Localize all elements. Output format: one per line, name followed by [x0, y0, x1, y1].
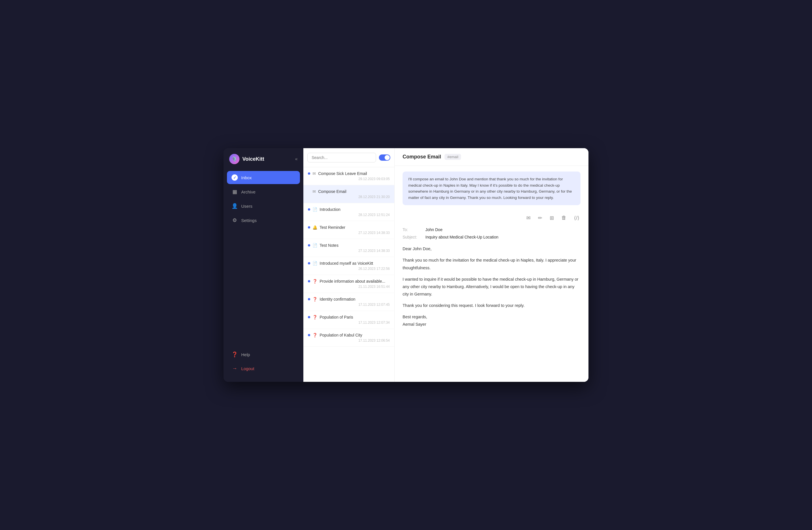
message-type-icon: 📄 [313, 243, 317, 248]
email-paragraph-3: Thank you for considering this request. … [403, 302, 580, 309]
subject-value: Inquiry about Medical Check-Up Location [425, 235, 498, 239]
message-header: ✉ Compose Email [308, 189, 390, 194]
to-label: To: [403, 227, 425, 232]
edit-action-icon[interactable]: ✏ [537, 214, 543, 222]
unread-dot [308, 298, 310, 300]
message-header: ❓ Identity confirmation [308, 297, 390, 301]
subject-row: Subject: Inquiry about Medical Check-Up … [403, 235, 580, 239]
message-item-4[interactable]: 🔔 Test Reminder 27.12.2023 14:38:33 [303, 221, 394, 239]
sidebar-item-label-archive: Archive [241, 190, 256, 194]
sidebar-footer-item-logout[interactable]: → Logout [227, 362, 300, 375]
help-icon: ❓ [232, 351, 238, 358]
unread-dot [308, 334, 310, 336]
to-value: John Doe [425, 227, 443, 232]
message-header: 📄 Introduction [308, 207, 390, 212]
message-type-icon: 📄 [313, 261, 317, 266]
message-type-icon: 🔔 [313, 225, 317, 230]
message-title: Introduced myself as VoiceKitt [320, 261, 390, 266]
detail-tag: #email [445, 154, 461, 160]
unread-dot [308, 280, 310, 282]
message-type-icon: ❓ [313, 315, 317, 320]
email-meta: To: John Doe Subject: Inquiry about Medi… [403, 227, 580, 239]
message-title: Population of Kabul City [320, 333, 390, 337]
message-title: Introduction [320, 207, 390, 212]
detail-header: Compose Email #email [395, 148, 589, 166]
search-bar [303, 148, 394, 167]
message-type-icon: ✉ [313, 171, 316, 176]
sidebar-item-label-inbox: Inbox [241, 175, 252, 180]
message-time: 17.11.2023 12:07:34 [308, 321, 390, 325]
unread-dot [308, 172, 310, 175]
unread-dot [308, 208, 310, 210]
email-paragraph-2: I wanted to inquire if it would be possi… [403, 276, 580, 298]
message-title: Test Reminder [320, 225, 390, 230]
message-title: Identity confirmation [320, 297, 390, 301]
message-title: Population of Paris [320, 315, 390, 320]
sidebar-item-inbox[interactable]: ✓ Inbox [227, 171, 300, 184]
sidebar-footer-item-help[interactable]: ❓ Help [227, 348, 300, 361]
toggle-switch[interactable] [379, 154, 390, 161]
settings-icon: ⚙ [232, 217, 238, 223]
sidebar-collapse-button[interactable]: « [295, 157, 298, 162]
message-time: 17.11.2023 12:06:54 [308, 339, 390, 342]
email-body: Dear John Doe,Thank you so much for the … [403, 245, 580, 328]
sidebar: 🎙️ VoiceKitt « ✓ Inbox ▦ Archive 👤 Users… [223, 148, 303, 382]
sidebar-item-settings[interactable]: ⚙ Settings [227, 214, 300, 227]
sidebar-item-archive[interactable]: ▦ Archive [227, 185, 300, 198]
sidebar-item-users[interactable]: 👤 Users [227, 200, 300, 212]
message-header: 📄 Introduced myself as VoiceKitt [308, 261, 390, 266]
message-type-icon: ❓ [313, 279, 317, 283]
email-paragraph-1: Thank you so much for the invitation for… [403, 256, 580, 271]
app-name: VoiceKitt [242, 156, 264, 162]
unread-dot [308, 262, 310, 264]
message-header: 📄 Test Notes [308, 243, 390, 248]
action-bar: ✉ ✏ ⊞ 🗑 ⟨/⟩ [403, 211, 580, 227]
message-item-1[interactable]: ✉ Compose Sick Leave Email 29.12.2023 09… [303, 167, 394, 185]
message-item-6[interactable]: 📄 Introduced myself as VoiceKitt 26.12.2… [303, 257, 394, 275]
message-time: 27.12.2023 14:38:33 [308, 249, 390, 253]
archive-action-icon[interactable]: ⊞ [549, 214, 555, 222]
sidebar-item-label-settings: Settings [241, 218, 257, 223]
archive-icon: ▦ [232, 189, 238, 195]
email-paragraph-4: Best regards, Aemal Sayer [403, 313, 580, 328]
detail-title: Compose Email [403, 154, 441, 160]
message-item-8[interactable]: ❓ Identity confirmation 17.11.2023 12:07… [303, 293, 394, 311]
email-action-icon[interactable]: ✉ [525, 214, 532, 222]
sidebar-logo: 🎙️ VoiceKitt « [223, 154, 303, 171]
message-item-9[interactable]: ❓ Population of Paris 17.11.2023 12:07:3… [303, 311, 394, 329]
message-header: ❓ Population of Kabul City [308, 333, 390, 337]
footer-label-logout: Logout [241, 366, 254, 371]
logo-icon: 🎙️ [229, 154, 240, 164]
message-header: ✉ Compose Sick Leave Email [308, 171, 390, 176]
message-title: Test Notes [320, 243, 390, 248]
app-window: 🎙️ VoiceKitt « ✓ Inbox ▦ Archive 👤 Users… [223, 148, 589, 382]
footer-label-help: Help [241, 352, 250, 357]
message-item-10[interactable]: ❓ Population of Kabul City 17.11.2023 12… [303, 329, 394, 347]
unread-dot [308, 316, 310, 318]
email-paragraph-0: Dear John Doe, [403, 245, 580, 252]
message-time: 28.12.2023 12:51:24 [308, 213, 390, 217]
message-title: Compose Sick Leave Email [318, 171, 390, 176]
delete-action-icon[interactable]: 🗑 [560, 214, 568, 222]
message-type-icon: ✉ [313, 189, 316, 194]
message-type-icon: ❓ [313, 297, 317, 301]
unread-dot [308, 244, 310, 247]
unread-dot [308, 226, 310, 229]
logout-icon: → [232, 366, 238, 371]
message-type-icon: ❓ [313, 333, 317, 337]
message-item-2[interactable]: ✉ Compose Email 28.12.2023 21:30:20 [303, 185, 394, 203]
detail-panel: Compose Email #email I'll compose an ema… [395, 148, 589, 382]
message-time: 27.12.2023 14:38:33 [308, 231, 390, 235]
share-action-icon[interactable]: ⟨/⟩ [573, 214, 580, 222]
message-item-3[interactable]: 📄 Introduction 28.12.2023 12:51:24 [303, 203, 394, 221]
summary-box: I'll compose an email to John Doe and me… [403, 172, 580, 205]
message-item-7[interactable]: ❓ Provide information about available...… [303, 275, 394, 293]
message-time: 28.12.2023 21:30:20 [308, 195, 390, 199]
message-item-5[interactable]: 📄 Test Notes 27.12.2023 14:38:33 [303, 239, 394, 257]
message-time: 29.12.2023 09:03:05 [308, 177, 390, 181]
search-input[interactable] [307, 153, 376, 162]
message-time: 17.11.2023 12:07:45 [308, 303, 390, 307]
message-title: Provide information about available... [320, 279, 390, 283]
message-time: 26.12.2023 17:22:56 [308, 267, 390, 271]
message-header: ❓ Population of Paris [308, 315, 390, 320]
